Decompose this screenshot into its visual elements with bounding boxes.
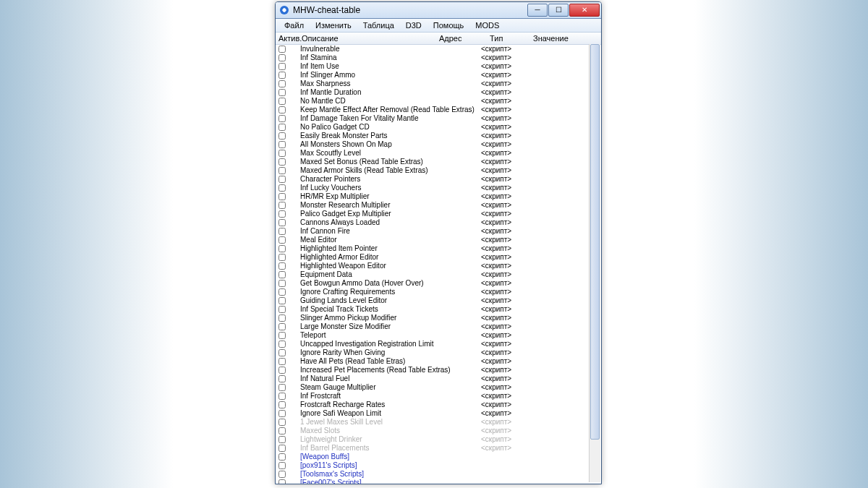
row-checkbox[interactable] (278, 479, 286, 484)
row-checkbox[interactable] (278, 367, 286, 374)
titlebar[interactable]: MHW-cheat-table ─ ☐ ✕ (276, 2, 601, 19)
row-checkbox[interactable] (278, 98, 286, 105)
row-checkbox[interactable] (278, 158, 286, 166)
close-button[interactable]: ✕ (569, 4, 600, 17)
table-row[interactable]: Equipment Data<скрипт> (276, 270, 601, 279)
cheat-list[interactable]: Invulnerable<скрипт>Inf Stamina<скрипт>I… (276, 45, 601, 484)
menu-edit[interactable]: Изменить (310, 20, 357, 30)
maximize-button[interactable]: ☐ (548, 4, 569, 17)
minimize-button[interactable]: ─ (527, 4, 548, 17)
table-row[interactable]: Monster Research Multiplier<скрипт> (276, 201, 601, 210)
table-row[interactable]: Ignore Crafting Requirements<скрипт> (276, 288, 601, 296)
row-checkbox[interactable] (278, 462, 286, 469)
menu-table[interactable]: Таблица (357, 20, 400, 30)
row-checkbox[interactable] (278, 314, 286, 322)
row-checkbox[interactable] (278, 254, 286, 261)
table-row[interactable]: Inf Slinger Ammo<скрипт> (276, 71, 601, 80)
table-row[interactable]: Inf Stamina<скрипт> (276, 53, 601, 62)
table-row[interactable]: Inf Mantle Duration<скрипт> (276, 88, 601, 97)
table-row[interactable]: Ignore Safi Weapon Limit<скрипт> (276, 409, 601, 418)
table-row[interactable]: Inf Natural Fuel<скрипт> (276, 374, 601, 383)
row-checkbox[interactable] (278, 132, 286, 140)
table-row[interactable]: Max Scoutfly Level<скрипт> (276, 149, 601, 158)
row-checkbox[interactable] (278, 271, 286, 278)
row-checkbox[interactable] (278, 202, 286, 209)
row-checkbox[interactable] (278, 228, 286, 235)
row-checkbox[interactable] (278, 150, 286, 157)
table-row[interactable]: 1 Jewel Maxes Skill Level<скрипт> (276, 418, 601, 427)
table-row[interactable]: Character Pointers<скрипт> (276, 175, 601, 184)
row-checkbox[interactable] (278, 89, 286, 96)
row-checkbox[interactable] (278, 341, 286, 348)
row-checkbox[interactable] (278, 401, 286, 408)
table-row[interactable]: [Weapon Buffs] (276, 453, 601, 461)
row-checkbox[interactable] (278, 176, 286, 183)
table-row[interactable]: Easily Break Monster Parts<скрипт> (276, 132, 601, 140)
table-row[interactable]: Increased Pet Placements (Read Table Ext… (276, 366, 601, 374)
row-checkbox[interactable] (278, 210, 286, 218)
table-row[interactable]: Inf Special Track Tickets<скрипт> (276, 305, 601, 314)
table-row[interactable]: No Palico Gadget CD<скрипт> (276, 123, 601, 132)
table-row[interactable]: Uncapped Investigation Registration Limi… (276, 340, 601, 348)
row-checkbox[interactable] (278, 80, 286, 87)
row-checkbox[interactable] (278, 349, 286, 356)
row-checkbox[interactable] (278, 436, 286, 443)
table-row[interactable]: [pox911's Scripts] (276, 461, 601, 470)
table-row[interactable]: Palico Gadget Exp Multiplier<скрипт> (276, 210, 601, 218)
row-checkbox[interactable] (278, 393, 286, 400)
table-row[interactable]: Max Sharpness<скрипт> (276, 80, 601, 88)
menu-file[interactable]: Файл (278, 20, 310, 30)
row-checkbox[interactable] (278, 46, 286, 53)
row-checkbox[interactable] (278, 306, 286, 313)
row-checkbox[interactable] (278, 280, 286, 287)
row-checkbox[interactable] (278, 419, 286, 426)
table-row[interactable]: Maxed Armor Skills (Read Table Extras)<с… (276, 166, 601, 175)
menu-d3d[interactable]: D3D (400, 20, 427, 30)
row-checkbox[interactable] (278, 124, 286, 131)
table-row[interactable]: Inf Cannon Fire<скрипт> (276, 227, 601, 236)
table-row[interactable]: Large Monster Size Modifier<скрипт> (276, 322, 601, 331)
row-checkbox[interactable] (278, 297, 286, 304)
table-row[interactable]: Highlighted Item Pointer<скрипт> (276, 244, 601, 253)
row-checkbox[interactable] (278, 471, 286, 478)
row-checkbox[interactable] (278, 72, 286, 79)
row-checkbox[interactable] (278, 236, 286, 244)
row-checkbox[interactable] (278, 445, 286, 452)
table-row[interactable]: Have All Pets (Read Table Etras)<скрипт> (276, 357, 601, 366)
table-row[interactable]: Highlighted Weapon Editor<скрипт> (276, 262, 601, 270)
table-row[interactable]: [Toolsmax's Scripts] (276, 470, 601, 479)
row-checkbox[interactable] (278, 262, 286, 270)
table-row[interactable]: Highlighted Armor Editor<скрипт> (276, 253, 601, 262)
row-checkbox[interactable] (278, 167, 286, 174)
row-checkbox[interactable] (278, 193, 286, 200)
row-checkbox[interactable] (278, 332, 286, 339)
row-checkbox[interactable] (278, 288, 286, 296)
row-checkbox[interactable] (278, 410, 286, 417)
table-row[interactable]: Inf Lucky Vouchers<скрипт> (276, 184, 601, 192)
col-address[interactable]: Адрес (439, 34, 490, 43)
scrollbar[interactable] (589, 44, 600, 482)
table-row[interactable]: [Face007's Scripts] (276, 479, 601, 484)
row-checkbox[interactable] (278, 63, 286, 70)
table-row[interactable]: Inf Damage Taken For Vitality Mantle<скр… (276, 114, 601, 123)
row-checkbox[interactable] (278, 219, 286, 226)
table-row[interactable]: Cannons Always Loaded<скрипт> (276, 218, 601, 227)
menu-help[interactable]: Помощь (427, 20, 470, 30)
table-row[interactable]: Teleport<скрипт> (276, 331, 601, 340)
row-checkbox[interactable] (278, 106, 286, 114)
table-row[interactable]: Inf Barrel Placements<скрипт> (276, 444, 601, 453)
table-row[interactable]: No Mantle CD<скрипт> (276, 97, 601, 106)
row-checkbox[interactable] (278, 453, 286, 461)
table-row[interactable]: HR/MR Exp Multiplier<скрипт> (276, 192, 601, 201)
row-checkbox[interactable] (278, 115, 286, 122)
row-checkbox[interactable] (278, 375, 286, 382)
table-row[interactable]: Maxed Slots<скрипт> (276, 427, 601, 435)
table-row[interactable]: Inf Item Use<скрипт> (276, 62, 601, 71)
row-checkbox[interactable] (278, 141, 286, 148)
table-row[interactable]: Slinger Ammo Pickup Modifier<скрипт> (276, 314, 601, 322)
col-description[interactable]: Описание (302, 34, 439, 43)
row-checkbox[interactable] (278, 245, 286, 252)
row-checkbox[interactable] (278, 54, 286, 61)
col-value[interactable]: Значение (533, 34, 600, 43)
table-row[interactable]: Maxed Set Bonus (Read Table Extras)<скри… (276, 158, 601, 166)
